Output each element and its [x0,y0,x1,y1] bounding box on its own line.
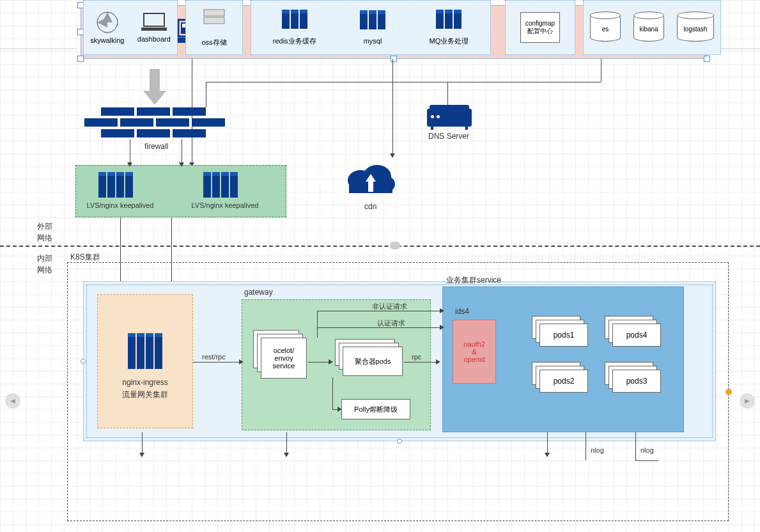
lvs-label: LVS/nginx keepalived [190,201,260,209]
external-net-label: 网络 [37,233,52,244]
dns-server-shape[interactable] [427,109,472,127]
selection-handle[interactable] [704,56,710,62]
cloud-icon[interactable] [344,159,398,199]
server-icon [369,10,376,29]
arrow-head-icon [239,359,244,364]
oauth-text: & [472,348,476,356]
svg-rect-12 [150,69,160,91]
logstash-cylinder[interactable]: logstash [677,13,714,42]
pods4-box[interactable]: pods4 [612,324,661,347]
server-icon [137,333,144,369]
server-icon [212,172,220,198]
server-icon [454,10,461,29]
svg-rect-18 [368,182,373,192]
server-icon [282,10,290,29]
polly-card[interactable]: Polly熔断降级 [341,399,410,419]
prev-page-button[interactable]: ◄ [5,393,20,409]
configmap-box[interactable]: configmap 配置中心 [520,12,560,43]
server-icon [155,333,162,369]
elk-group[interactable]: es kibana logstash [583,0,721,55]
connector [332,377,333,409]
es-cylinder[interactable]: es [590,13,621,42]
server-icon [300,10,307,29]
arrow-head-icon [390,153,395,158]
aggregator-text: 聚合器pods [355,357,391,366]
k8s-label: K8S集群 [70,252,100,263]
server-icon [107,172,115,198]
arrow-down-icon [142,69,167,106]
polly-text: Polly熔断降级 [354,405,398,414]
skywalking-label: skywalking [90,36,124,44]
server-icon [116,172,124,198]
configmap-text: configmap [525,20,555,27]
connector [635,460,658,461]
firewall-shape[interactable] [101,107,210,138]
selection-handle[interactable] [77,56,84,62]
storage-icon [203,8,226,29]
configmap-text: 配置中心 [527,27,553,36]
arrow-head-icon [127,162,132,167]
selection-handle[interactable] [391,56,397,62]
svg-rect-23 [204,10,224,16]
connector [193,362,242,363]
connector [392,59,393,156]
rotation-handle[interactable] [725,389,732,395]
auth-label: 认证请求 [377,318,405,328]
connector [317,311,318,338]
nginx-ingress-box[interactable]: nginx-ingress 流量网关集群 [97,294,193,428]
server-icon [378,10,385,29]
lvs-label: LVS/nginx keepalived [85,201,155,209]
server-icon [125,172,133,198]
pods1-box[interactable]: pods1 [539,324,588,347]
aggregator-card[interactable]: 聚合器pods [343,347,403,376]
connector [130,139,130,165]
ids4-label: ids4 [455,307,469,316]
connector [404,362,438,363]
divider-handle-icon[interactable] [390,242,400,249]
connector [447,82,448,107]
next-page-button[interactable]: ► [740,393,755,409]
aperture-icon [96,11,119,34]
loadbalancer-group[interactable]: LVS/nginx keepalived LVS/nginx keepalive… [75,165,286,217]
ocelot-text: envoy [274,354,293,362]
laptop-small-icon [140,12,168,33]
ocelot-card[interactable]: ocelot/ envoy service [261,338,307,379]
connector [206,82,601,82]
external-net-label: 外部 [37,221,52,232]
nlog-label: nlog [591,446,604,454]
pods3-box[interactable]: pods3 [612,370,661,393]
connection-point[interactable] [81,359,86,364]
server-icon [146,333,153,369]
ids4-box[interactable]: oauth2 & openid [453,320,496,384]
arrow-head-icon [440,308,444,313]
server-icon [98,172,106,198]
rest-rpc-label: rest/rpc [202,353,226,361]
internal-net-label: 内部 [37,253,52,264]
mysql-label: mysql [359,37,386,45]
cdn-label: cdn [364,202,376,211]
server-icon [291,10,299,29]
connector [182,139,182,165]
oss-group[interactable]: oss存储 [185,0,243,55]
pods-text: pods2 [554,377,575,386]
diagram-canvas[interactable]: firewall LVS/nginx keepalived LVS/nginx … [0,0,760,532]
connector [601,59,601,82]
connection-point[interactable] [397,439,402,444]
arrow-head-icon [284,453,289,457]
ingress-label: 流量网关集群 [98,389,192,400]
ingress-label: nginx-ingress [98,378,192,387]
connector [635,432,636,460]
connector [142,432,143,455]
connector [308,362,331,363]
arrow-head-icon [139,453,144,457]
configmap-group[interactable]: configmap 配置中心 [505,0,575,55]
dns-label: DNS Server [428,132,469,141]
oauth-text: openid [463,356,485,363]
monitoring-group[interactable]: skywalking dashboard [83,0,178,55]
pods2-box[interactable]: pods2 [539,370,588,393]
data-group[interactable]: redis业务缓存 mysql MQ业务处理 [251,0,491,55]
firewall-label: firewall [144,142,168,151]
kibana-text: kibana [639,26,658,33]
kibana-cylinder[interactable]: kibana [633,13,664,42]
arrow-head-icon [329,359,333,364]
